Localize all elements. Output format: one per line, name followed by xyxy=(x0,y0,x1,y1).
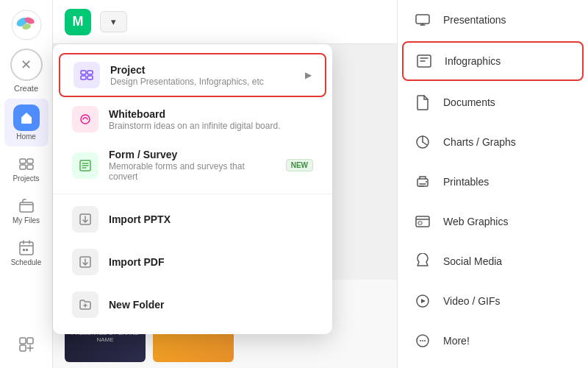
project-arrow: ▶ xyxy=(305,70,312,80)
form-survey-subtitle: Memorable forms and surveys that convert xyxy=(109,161,276,182)
rp-item-charts-graphs[interactable]: Charts / Graphs xyxy=(398,122,588,162)
sidebar: ✕ Create Home Projects My Files xyxy=(0,0,53,368)
import-pptx-icon xyxy=(72,206,98,233)
project-icon xyxy=(74,62,100,88)
more-label: More! xyxy=(443,335,470,347)
new-folder-icon xyxy=(72,291,98,318)
svg-rect-19 xyxy=(87,76,93,79)
rp-item-more[interactable]: More! xyxy=(398,321,588,361)
myfiles-icon xyxy=(18,197,35,215)
import-pdf-icon xyxy=(72,249,98,275)
new-folder-text: New Folder xyxy=(109,299,313,311)
rp-item-social-media[interactable]: Social Media xyxy=(398,241,588,281)
svg-rect-29 xyxy=(416,216,429,227)
menu-divider xyxy=(53,194,332,194)
rp-item-video-gifs[interactable]: Video / GIFs xyxy=(398,281,588,321)
svg-rect-17 xyxy=(87,71,93,74)
sidebar-item-schedule[interactable]: Schedule xyxy=(4,233,49,272)
presentations-label: Presentations xyxy=(443,14,506,26)
import-pdf-text: Import PDF xyxy=(109,256,313,268)
right-panel: Presentations Infographics Documents xyxy=(397,0,588,368)
menu-item-whiteboard[interactable]: Whiteboard Brainstorm ideas on an infini… xyxy=(59,99,326,140)
projects-icon xyxy=(18,155,35,173)
more-icon xyxy=(412,330,433,351)
new-folder-title: New Folder xyxy=(109,299,313,311)
import-pdf-title: Import PDF xyxy=(109,256,313,268)
sidebar-item-myfiles[interactable]: My Files xyxy=(4,191,49,230)
sidebar-projects-label: Projects xyxy=(12,174,39,183)
svg-point-28 xyxy=(426,181,427,183)
rp-item-documents[interactable]: Documents xyxy=(398,82,588,122)
documents-icon xyxy=(412,92,433,113)
dropdown-chevron: ▾ xyxy=(111,16,116,27)
rp-item-custom-size[interactable]: Custom Size xyxy=(398,361,588,368)
social-media-icon xyxy=(412,251,433,272)
infographics-label: Infographics xyxy=(445,55,501,67)
svg-rect-5 xyxy=(20,159,26,163)
charts-graphs-icon xyxy=(412,132,433,152)
m-badge: M xyxy=(65,9,91,35)
svg-rect-18 xyxy=(81,76,86,79)
menu-item-new-folder[interactable]: New Folder xyxy=(59,284,326,325)
svg-rect-10 xyxy=(20,242,33,255)
menu-item-project[interactable]: Project Design Presentations, Infographi… xyxy=(59,53,326,97)
printables-label: Printables xyxy=(443,176,489,188)
create-button[interactable]: ✕ Create xyxy=(10,49,43,93)
whiteboard-icon xyxy=(72,106,98,132)
form-survey-text: Form / Survey Memorable forms and survey… xyxy=(109,149,276,182)
menu-item-form-survey[interactable]: Form / Survey Memorable forms and survey… xyxy=(59,141,326,189)
sidebar-item-home[interactable]: Home xyxy=(4,99,49,146)
svg-rect-12 xyxy=(26,249,28,251)
svg-rect-15 xyxy=(20,345,26,351)
video-gifs-icon xyxy=(412,291,433,311)
sidebar-home-label: Home xyxy=(16,132,36,141)
whiteboard-subtitle: Brainstorm ideas on an infinite digital … xyxy=(109,121,313,131)
menu-item-import-pdf[interactable]: Import PDF xyxy=(59,241,326,283)
home-icon-wrap xyxy=(13,105,40,131)
svg-rect-7 xyxy=(20,165,26,169)
infographics-icon xyxy=(414,51,434,71)
svg-rect-8 xyxy=(27,165,33,169)
project-title: Project xyxy=(110,64,295,76)
create-label: Create xyxy=(14,84,38,93)
svg-rect-6 xyxy=(27,159,33,163)
main-area: M ▾ Project Design Presentations, Infogr… xyxy=(53,0,588,368)
project-subtitle: Design Presentations, Infographics, etc xyxy=(110,77,295,87)
svg-rect-9 xyxy=(20,202,33,212)
import-pptx-title: Import PPTX xyxy=(109,213,313,225)
svg-rect-27 xyxy=(417,179,428,186)
svg-rect-30 xyxy=(418,222,422,224)
web-graphics-icon xyxy=(412,211,433,232)
sidebar-item-extra[interactable] xyxy=(4,330,49,359)
svg-rect-16 xyxy=(81,71,86,74)
import-pptx-text: Import PPTX xyxy=(109,213,313,225)
charts-graphs-label: Charts / Graphs xyxy=(443,136,516,148)
whiteboard-text: Whiteboard Brainstorm ideas on an infini… xyxy=(109,108,313,131)
rp-item-presentations[interactable]: Presentations xyxy=(398,0,588,40)
web-graphics-label: Web Graphics xyxy=(443,216,508,227)
svg-rect-14 xyxy=(27,338,33,344)
form-survey-title: Form / Survey xyxy=(109,149,276,160)
video-gifs-label: Video / GIFs xyxy=(443,295,501,307)
create-close-icon[interactable]: ✕ xyxy=(10,49,43,81)
rp-item-printables[interactable]: Printables xyxy=(398,162,588,202)
sidebar-item-projects[interactable]: Projects xyxy=(4,149,49,188)
sidebar-schedule-label: Schedule xyxy=(11,258,42,266)
menu-item-import-pptx[interactable]: Import PPTX xyxy=(59,199,326,240)
rp-item-infographics[interactable]: Infographics xyxy=(402,41,584,81)
svg-point-20 xyxy=(81,115,90,124)
presentations-icon xyxy=(412,10,433,30)
rp-item-web-graphics[interactable]: Web Graphics xyxy=(398,202,588,241)
documents-label: Documents xyxy=(443,96,495,108)
workspace-dropdown[interactable]: ▾ xyxy=(100,11,127,32)
whiteboard-title: Whiteboard xyxy=(109,108,313,120)
project-text: Project Design Presentations, Infographi… xyxy=(110,64,295,87)
extra-icon xyxy=(18,336,35,353)
form-survey-icon xyxy=(72,152,98,179)
svg-rect-13 xyxy=(20,338,26,344)
dropdown-menu: Project Design Presentations, Infographi… xyxy=(53,44,332,334)
social-media-label: Social Media xyxy=(443,255,502,267)
printables-icon xyxy=(412,171,433,192)
sidebar-myfiles-label: My Files xyxy=(12,216,40,224)
new-badge: NEW xyxy=(286,159,313,171)
